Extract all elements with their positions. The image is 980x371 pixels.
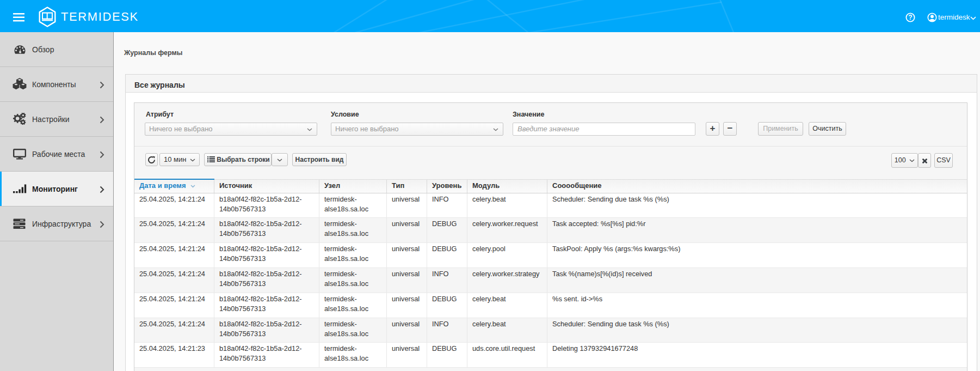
svg-text:?: ? — [908, 14, 912, 21]
